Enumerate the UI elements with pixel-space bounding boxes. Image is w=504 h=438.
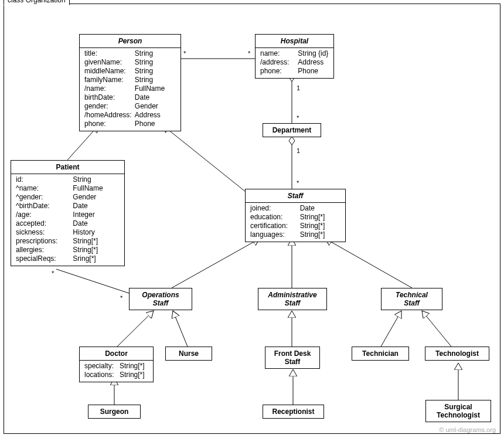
class-technician: Technician <box>352 347 409 361</box>
class-title: Staff <box>246 189 345 203</box>
attr-type: String <box>135 76 176 84</box>
class-title: Nurse <box>166 347 212 360</box>
class-attrs: title:StringgivenName:StringmiddleName:S… <box>80 48 181 131</box>
uml-canvas: class Organization Person title:Stringgi… <box>0 0 504 438</box>
class-title: Person <box>80 35 181 48</box>
class-title: Patient <box>11 161 124 174</box>
attr-name: allergies: <box>16 246 73 254</box>
attr-name: joined: <box>250 204 300 213</box>
class-attrs: name:String {id}/address:Addressphone:Ph… <box>256 48 333 78</box>
attr-name: /age: <box>16 210 73 219</box>
attr-row: title:String <box>84 49 176 58</box>
attr-name: locations: <box>84 371 120 379</box>
attr-name: birthDate: <box>84 93 135 102</box>
class-attrs: joined:Dateeducation:String[*]certificat… <box>246 203 345 242</box>
class-technical-staff: Technical Staff <box>381 288 442 310</box>
attr-type: String <box>135 58 176 67</box>
attr-name: /name: <box>84 84 135 93</box>
attr-row: /address:Address <box>260 58 329 67</box>
attr-name: phone: <box>260 67 298 76</box>
attr-row: ^name:FullName <box>16 184 120 193</box>
class-title: Technician <box>352 347 408 360</box>
attr-name: languages: <box>250 230 300 239</box>
attr-row: birthDate:Date <box>84 93 176 102</box>
attr-type: String[*] <box>73 237 120 246</box>
attr-name: ^birthDate: <box>16 202 73 210</box>
class-attrs: specialty:String[*]locations:String[*] <box>80 361 153 382</box>
attr-row: givenName:String <box>84 58 176 67</box>
mult-hospital-dept-1: 1 <box>297 84 300 91</box>
class-operations-staff: Operations Staff <box>129 288 192 310</box>
attr-name: education: <box>250 213 300 222</box>
attr-row: locations:String[*] <box>84 371 148 379</box>
attr-name: /address: <box>260 58 298 67</box>
attr-row: /name:FullName <box>84 84 176 93</box>
attr-row: sickness:History <box>16 228 120 237</box>
class-surgeon: Surgeon <box>88 405 141 419</box>
attr-row: middleName:String <box>84 67 176 76</box>
attr-row: familyName:String <box>84 76 176 84</box>
attr-row: specialty:String[*] <box>84 362 148 371</box>
attr-row: education:String[*] <box>250 213 340 222</box>
class-department: Department <box>263 123 321 137</box>
class-administrative-staff: Administrative Staff <box>258 288 327 310</box>
attr-row: phone:Phone <box>260 67 329 76</box>
attr-name: id: <box>16 175 73 184</box>
class-doctor: Doctor specialty:String[*]locations:Stri… <box>79 347 154 382</box>
attr-type: String {id} <box>298 49 329 58</box>
class-title: Technical Staff <box>382 288 442 310</box>
attr-row: ^birthDate:Date <box>16 202 120 210</box>
class-staff: Staff joined:Dateeducation:String[*]cert… <box>245 189 346 242</box>
attr-name: prescriptions: <box>16 237 73 246</box>
attr-type: Gender <box>135 102 176 111</box>
attr-name: /homeAddress: <box>84 111 135 120</box>
class-attrs: id:String^name:FullName^gender:Gender^bi… <box>11 174 124 266</box>
attr-name: ^gender: <box>16 193 73 202</box>
frame-label: class Organization <box>4 0 70 5</box>
attr-type: FullName <box>73 184 120 193</box>
attr-row: joined:Date <box>250 204 340 213</box>
class-patient: Patient id:String^name:FullName^gender:G… <box>11 160 125 266</box>
attr-type: String <box>135 67 176 76</box>
attr-type: FullName <box>135 84 176 93</box>
attr-name: middleName: <box>84 67 135 76</box>
mult-dept-staff-1: 1 <box>297 147 300 154</box>
attr-type: String[*] <box>120 371 148 379</box>
attr-type: History <box>73 228 120 237</box>
attr-type: Gender <box>73 193 120 202</box>
attr-name: familyName: <box>84 76 135 84</box>
attr-row: id:String <box>16 175 120 184</box>
attr-type: Date <box>300 204 340 213</box>
attr-row: name:String {id} <box>260 49 329 58</box>
mult-hospital-dept-star: * <box>297 114 299 121</box>
class-person: Person title:StringgivenName:Stringmiddl… <box>79 34 181 131</box>
class-title: Department <box>263 124 321 137</box>
attr-type: Phone <box>135 120 176 128</box>
class-title: Surgical Technologist <box>426 400 491 422</box>
attr-row: specialReqs:Sring[*] <box>16 254 120 263</box>
class-front-desk-staff: Front Desk Staff <box>265 347 320 369</box>
attr-name: phone: <box>84 120 135 128</box>
attr-row: /homeAddress:Address <box>84 111 176 120</box>
attr-row: languages:String[*] <box>250 230 340 239</box>
watermark: © uml-diagrams.org <box>439 426 496 433</box>
attr-type: Date <box>73 219 120 228</box>
class-title: Doctor <box>80 347 153 361</box>
attr-name: specialty: <box>84 362 120 371</box>
mult-patient-side: * <box>52 270 54 277</box>
attr-row: certification:String[*] <box>250 222 340 230</box>
attr-type: Date <box>73 202 120 210</box>
attr-type: String[*] <box>300 213 340 222</box>
attr-name: specialReqs: <box>16 254 73 263</box>
class-title: Operations Staff <box>130 288 192 310</box>
class-technologist: Technologist <box>425 347 489 361</box>
attr-type: Address <box>298 58 329 67</box>
class-title: Front Desk Staff <box>265 347 319 368</box>
class-receptionist: Receptionist <box>263 405 324 419</box>
attr-type: Sring[*] <box>73 254 120 263</box>
mult-dept-staff-star: * <box>297 179 299 186</box>
attr-type: Phone <box>298 67 329 76</box>
attr-name: title: <box>84 49 135 58</box>
attr-type: Address <box>135 111 176 120</box>
attr-type: String <box>73 175 120 184</box>
